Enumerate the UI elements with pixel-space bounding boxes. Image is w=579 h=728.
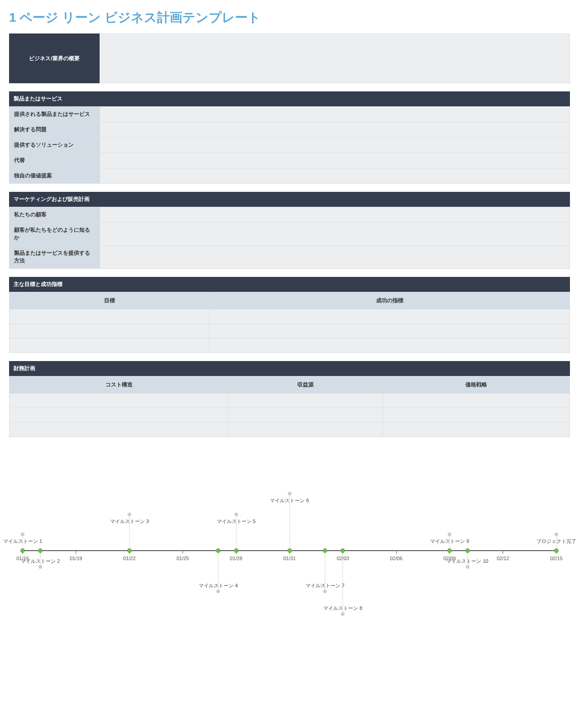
- product-table: 提供される製品またはサービス解決する問題提供するソリューション代替独自の価値提案: [9, 106, 570, 184]
- milestone-end-dot: [234, 513, 238, 516]
- milestone-dot: [20, 548, 25, 553]
- milestone-end-dot: [341, 612, 345, 616]
- milestone-dot: [216, 548, 220, 553]
- milestone-dot: [287, 548, 292, 553]
- section-header-goals: 主な目標と成功指標: [9, 277, 570, 292]
- table-cell[interactable]: [10, 408, 229, 423]
- page-title: 1 ページ リーン ビジネス計画テンプレート: [9, 9, 570, 26]
- table-row: [10, 408, 570, 423]
- section-finance: 財務計画 コスト構造収益源価格戦略: [9, 361, 570, 437]
- column-header: 収益源: [229, 376, 383, 394]
- overview-content[interactable]: [100, 33, 570, 83]
- section-header-finance: 財務計画: [9, 361, 570, 376]
- table-cell[interactable]: [10, 309, 210, 324]
- axis-tick: 01/25: [177, 550, 189, 561]
- section-header-product: 製品またはサービス: [9, 91, 570, 106]
- milestone-label: マイルストーン 9: [430, 538, 469, 545]
- milestone-label: マイルストーン 8: [323, 605, 362, 612]
- table-row: 顧客が私たちをどのように知るか: [10, 223, 570, 246]
- tick-mark: [396, 550, 397, 554]
- row-key: 解決する問題: [10, 122, 100, 138]
- milestone-timeline: 01/1601/1901/2201/2501/2801/3102/0302/06…: [9, 464, 570, 636]
- table-cell[interactable]: [210, 338, 570, 353]
- milestone-label: マイルストーン 6: [270, 497, 309, 504]
- milestone-end-dot: [21, 533, 24, 536]
- table-row: [10, 423, 570, 437]
- milestone-label: プロジェクト完了: [536, 538, 576, 545]
- table-cell[interactable]: [210, 309, 570, 324]
- tick-mark: [182, 550, 183, 554]
- tick-label: 01/31: [283, 556, 296, 561]
- table-cell[interactable]: [210, 324, 570, 338]
- milestone-label: マイルストーン 3: [110, 518, 149, 525]
- table-row: [10, 338, 570, 353]
- finance-table: コスト構造収益源価格戦略: [9, 376, 570, 437]
- table-row: 代替: [10, 153, 570, 168]
- row-value[interactable]: [100, 168, 570, 184]
- milestone-label: マイルストーン 7: [306, 582, 345, 589]
- table-cell[interactable]: [10, 394, 229, 408]
- column-header: 価格戦略: [383, 376, 570, 394]
- axis-tick: 02/12: [497, 550, 509, 561]
- table-header-row: 目標成功の指標: [10, 292, 570, 309]
- overview-block: ビジネス/業界の概要: [9, 33, 570, 83]
- tick-label: 01/28: [230, 556, 243, 561]
- row-key: 顧客が私たちをどのように知るか: [10, 223, 100, 246]
- milestone-label: マイルストーン 2: [21, 558, 60, 565]
- table-cell[interactable]: [229, 394, 383, 408]
- row-key: 代替: [10, 153, 100, 168]
- row-value[interactable]: [100, 223, 570, 246]
- row-value[interactable]: [100, 107, 570, 122]
- milestone-dot: [554, 548, 559, 553]
- tick-label: 01/22: [123, 556, 136, 561]
- table-cell[interactable]: [383, 408, 570, 423]
- section-header-marketing: マーケティングおよび販売計画: [9, 192, 570, 207]
- section-product: 製品またはサービス 提供される製品またはサービス解決する問題提供するソリューショ…: [9, 91, 570, 184]
- overview-label: ビジネス/業界の概要: [9, 33, 100, 83]
- table-row: 解決する問題: [10, 122, 570, 138]
- marketing-table: 私たちの顧客顧客が私たちをどのように知るか製品またはサービスを提供する方法: [9, 207, 570, 269]
- table-row: [10, 309, 570, 324]
- row-value[interactable]: [100, 122, 570, 138]
- row-value[interactable]: [100, 153, 570, 168]
- table-cell[interactable]: [383, 423, 570, 437]
- milestone-label: マイルストーン 10: [446, 558, 488, 565]
- milestone-label: マイルストーン 4: [199, 582, 238, 589]
- table-row: 提供される製品またはサービス: [10, 107, 570, 122]
- row-value[interactable]: [100, 207, 570, 223]
- table-row: 提供するソリューション: [10, 138, 570, 153]
- tick-label: 01/19: [70, 556, 82, 561]
- row-key: 私たちの顧客: [10, 207, 100, 223]
- table-header-row: コスト構造収益源価格戦略: [10, 376, 570, 394]
- table-cell[interactable]: [229, 408, 383, 423]
- milestone-dot: [38, 548, 43, 553]
- milestone-label: マイルストーン 1: [3, 538, 42, 545]
- milestone-dot: [340, 548, 345, 553]
- table-row: [10, 324, 570, 338]
- milestone-end-dot: [466, 565, 469, 569]
- milestone-dot: [465, 548, 470, 553]
- row-key: 提供するソリューション: [10, 138, 100, 153]
- row-value[interactable]: [100, 246, 570, 269]
- milestone-end-dot: [288, 492, 292, 495]
- milestone-end-dot: [555, 533, 558, 536]
- milestone-end-dot: [216, 590, 220, 593]
- column-header: コスト構造: [10, 376, 229, 394]
- axis-tick: 02/06: [390, 550, 403, 561]
- table-cell[interactable]: [10, 423, 229, 437]
- table-row: 私たちの顧客: [10, 207, 570, 223]
- table-cell[interactable]: [383, 394, 570, 408]
- table-cell[interactable]: [10, 324, 210, 338]
- column-header: 成功の指標: [210, 292, 570, 309]
- table-row: 独自の価値提案: [10, 168, 570, 184]
- milestone-label: マイルストーン 5: [217, 518, 256, 525]
- tick-label: 01/25: [177, 556, 189, 561]
- row-key: 提供される製品またはサービス: [10, 107, 100, 122]
- milestone-dot: [323, 548, 327, 553]
- tick-mark: [503, 550, 503, 554]
- milestone-end-dot: [38, 565, 42, 569]
- milestone-dot: [234, 548, 239, 553]
- table-cell[interactable]: [10, 338, 210, 353]
- table-cell[interactable]: [229, 423, 383, 437]
- row-value[interactable]: [100, 138, 570, 153]
